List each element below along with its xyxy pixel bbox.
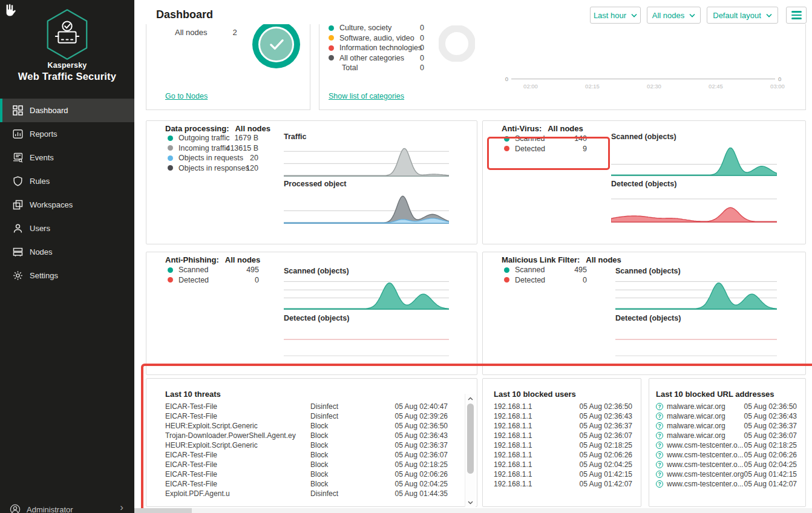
sidebar-item-label: Settings xyxy=(30,271,58,280)
blocked-url: www.csm-testcenter.o... xyxy=(667,441,744,449)
scroll-thumb[interactable] xyxy=(467,404,474,474)
legend-label: Detected xyxy=(515,276,545,284)
antiphishing-scope: All nodes xyxy=(225,255,261,264)
last-threats-table: EICAR-Test-FileDisinfect05 Aug 02:40:47E… xyxy=(165,402,448,498)
blocked-urls-table: ?malware.wicar.org05 Aug 02:36:50?malwar… xyxy=(656,402,797,489)
legend-value: 20 xyxy=(250,154,258,162)
horizontal-scrollbar[interactable] xyxy=(134,508,812,513)
threat-time: 05 Aug 02:18:25 xyxy=(395,460,448,469)
scroll-up-icon[interactable] xyxy=(465,394,476,403)
administrator-label: Administrator xyxy=(27,505,73,513)
legend-value: 1679 B xyxy=(234,134,258,142)
top-bar: Dashboard Last hour All nodes Default la… xyxy=(134,0,812,24)
brand-line2: Web Traffic Security xyxy=(0,71,134,82)
sidebar-item-workspaces[interactable]: Workspaces xyxy=(0,193,134,217)
threat-row: HEUR:Exploit.Script.GenericBlock05 Aug 0… xyxy=(165,421,448,431)
sidebar-item-users[interactable]: Users xyxy=(0,217,134,240)
legend-row: Culture, society0 xyxy=(329,23,424,33)
blocked-user-ip: 192.168.1.1 xyxy=(494,431,532,440)
threat-name: Exploit.PDF.Agent.u xyxy=(165,489,230,498)
legend-value: 0 xyxy=(420,24,424,32)
sidebar-item-label: Workspaces xyxy=(30,200,73,209)
mlf-detected-chart xyxy=(615,327,777,357)
horizontal-scroll-thumb[interactable] xyxy=(134,508,192,513)
legend-value: 495 xyxy=(246,266,259,274)
legend-row: Objects in responses120 xyxy=(168,163,258,174)
menu-button[interactable] xyxy=(786,7,807,24)
traffic-chart-label: Traffic xyxy=(284,132,307,141)
blocked-url-row: ?www.csm-testcenter.org05 Aug 01:42:15 xyxy=(656,469,797,479)
chevron-right-icon: › xyxy=(120,502,123,513)
question-circle-icon: ? xyxy=(656,442,663,449)
show-categories-link[interactable]: Show list of categories xyxy=(329,92,404,100)
last-threats-title: Last 10 threats xyxy=(165,390,221,399)
blocked-user-row: 192.168.1.105 Aug 02:06:26 xyxy=(494,450,632,460)
legend-label: Scanned xyxy=(515,134,545,143)
threat-action: Disinfect xyxy=(310,402,338,411)
sidebar-item-dashboard[interactable]: Dashboard xyxy=(0,99,134,122)
antivirus-legend: Scanned140Detected9 xyxy=(504,134,587,154)
threat-action: Disinfect xyxy=(310,412,338,420)
threat-row: EICAR-Test-FileDisinfect05 Aug 02:39:26 xyxy=(165,411,448,421)
time-range-value: Last hour xyxy=(594,11,626,20)
timeline-right-value: 0 xyxy=(778,76,781,82)
sidebar-item-events[interactable]: Events xyxy=(0,146,134,169)
question-circle-icon: ? xyxy=(656,403,663,410)
data-processing-legend: Outgoing traffic1679 BIncoming traffic41… xyxy=(168,133,258,173)
nodes-filter-dropdown[interactable]: All nodes xyxy=(647,7,701,24)
sidebar-item-rules[interactable]: Rules xyxy=(0,169,134,193)
processed-object-chart xyxy=(284,194,449,224)
time-range-dropdown[interactable]: Last hour xyxy=(590,7,641,24)
sidebar-item-reports[interactable]: Reports xyxy=(0,122,134,146)
question-circle-icon: ? xyxy=(656,451,663,459)
legend-row: All other categories0 xyxy=(329,53,424,64)
blocked-url: www.csm-testcenter.org xyxy=(667,470,744,479)
blocked-user-time: 05 Aug 02:06:26 xyxy=(580,451,632,459)
threats-scrollbar[interactable] xyxy=(465,394,476,507)
legend-row: Outgoing traffic1679 B xyxy=(168,133,258,143)
sidebar-item-label: Users xyxy=(30,224,50,233)
blocked-user-ip: 192.168.1.1 xyxy=(494,460,532,469)
threat-row: EICAR-Test-FileBlock05 Aug 02:06:26 xyxy=(165,469,448,479)
threat-time: 05 Aug 02:06:26 xyxy=(395,470,448,479)
blocked-user-time: 05 Aug 01:42:07 xyxy=(580,480,632,488)
scroll-down-icon[interactable] xyxy=(465,498,476,507)
legend-total-row: Total0 xyxy=(329,63,424,73)
sidebar-item-administrator[interactable]: Administrator › xyxy=(0,502,134,513)
blocked-user-row: 192.168.1.105 Aug 02:18:25 xyxy=(494,440,632,450)
threat-time: 05 Aug 01:44:35 xyxy=(395,489,448,498)
blocked-user-time: 05 Aug 02:04:25 xyxy=(580,460,632,469)
timeline-left-value: 0 xyxy=(499,76,508,82)
threat-row: HEUR:Exploit.Script.GenericBlock05 Aug 0… xyxy=(165,440,448,450)
layout-dropdown[interactable]: Default layout xyxy=(707,7,778,24)
go-to-nodes-link[interactable]: Go to Nodes xyxy=(165,92,208,100)
dashboard-icon xyxy=(13,105,23,116)
legend-label: All other categories xyxy=(339,54,404,62)
blocked-users-title: Last 10 blocked users xyxy=(494,390,576,399)
blocked-user-time: 05 Aug 01:42:15 xyxy=(580,470,632,479)
blocked-user-time: 05 Aug 02:36:07 xyxy=(580,431,632,440)
threat-name: EICAR-Test-File xyxy=(165,412,217,420)
legend-dot xyxy=(329,25,334,31)
av-detected-chart-label: Detected (objects) xyxy=(611,180,676,188)
legend-dot xyxy=(329,55,334,60)
blocked-user-ip: 192.168.1.1 xyxy=(494,451,532,459)
sidebar-item-nodes[interactable]: Nodes xyxy=(0,240,134,264)
cursor-pointer-icon xyxy=(4,3,16,21)
legend-row: Scanned495 xyxy=(168,265,259,275)
blocked-url: www.csm-testcenter.o... xyxy=(667,460,744,469)
threat-name: EICAR-Test-File xyxy=(165,402,217,411)
legend-label: Detected xyxy=(515,145,545,153)
sidebar-item-settings[interactable]: Settings xyxy=(0,264,134,287)
timeline-tick-label: 02:45 xyxy=(709,83,723,90)
antiphishing-title: Anti-Phishing: xyxy=(165,255,219,264)
blocked-url-time: 05 Aug 02:06:26 xyxy=(744,451,797,459)
av-scanned-chart xyxy=(611,145,777,176)
legend-value: 0 xyxy=(420,44,424,52)
legend-label: Scanned xyxy=(178,266,208,274)
legend-dot xyxy=(329,35,334,41)
threat-time: 05 Aug 02:36:43 xyxy=(395,431,448,440)
rules-icon xyxy=(13,176,23,186)
blocked-user-row: 192.168.1.105 Aug 02:04:25 xyxy=(494,460,632,469)
threat-action: Disinfect xyxy=(310,489,338,498)
